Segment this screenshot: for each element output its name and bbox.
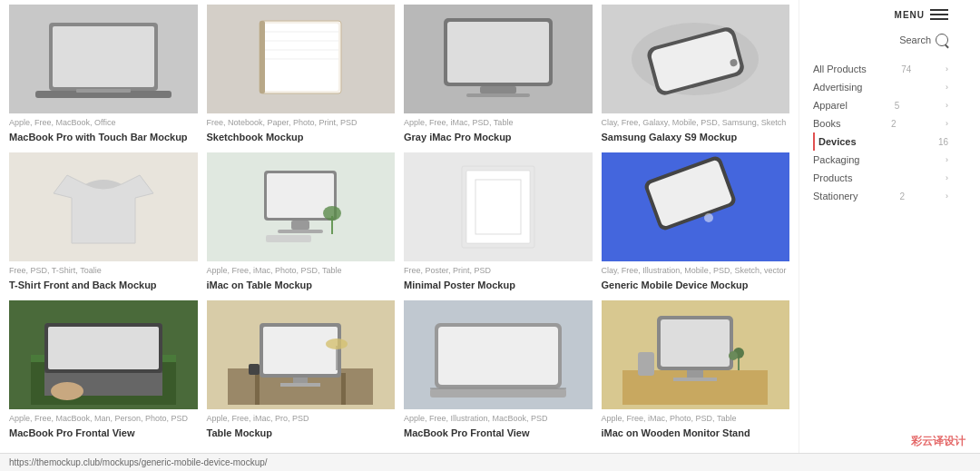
- svg-rect-44: [293, 378, 308, 383]
- sidebar-item-apparel[interactable]: Apparel 5 ›: [813, 96, 948, 114]
- card-tags: Apple, Free, Illustration, MacBook, PSD: [404, 414, 593, 425]
- sidebar-nav: All Products 74 › Advertising › Apparel …: [813, 60, 948, 205]
- svg-rect-50: [438, 327, 558, 385]
- card-tags: Free, Notebook, Paper, Photo, Print, PSD: [207, 118, 396, 129]
- nav-count: 2: [891, 119, 897, 129]
- card-tags: Free, Poster, Print, PSD: [404, 266, 593, 277]
- card-imac-table[interactable]: Apple, Free, iMac, Photo, PSD, Table iMa…: [207, 152, 396, 291]
- card-tags: Apple, Free, iMac, Photo, PSD, Table: [602, 414, 790, 425]
- svg-rect-5: [262, 24, 338, 91]
- sidebar-item-products[interactable]: Products ›: [813, 169, 948, 187]
- main-content: Apple, Free, MacBook, Office MacBook Pro…: [0, 0, 799, 471]
- search-text: Search: [899, 34, 931, 45]
- svg-rect-36: [48, 327, 159, 369]
- nav-label-devices: Devices: [818, 136, 857, 147]
- sidebar-item-devices[interactable]: Devices 16: [813, 132, 948, 151]
- search-bar[interactable]: Search: [813, 34, 948, 46]
- svg-rect-61: [638, 352, 654, 376]
- sidebar-item-packaging[interactable]: Packaging ›: [813, 151, 948, 169]
- card-poster[interactable]: Free, Poster, Print, PSD Minimal Poster …: [404, 152, 593, 291]
- svg-rect-22: [278, 230, 323, 233]
- svg-point-60: [729, 351, 738, 360]
- menu-label: MENU: [895, 10, 925, 20]
- card-macbook-touchbar[interactable]: Apple, Free, MacBook, Office MacBook Pro…: [9, 5, 198, 143]
- card-title: Gray iMac Pro Mockup: [404, 131, 593, 143]
- card-tags: Apple, Free, MacBook, Office: [9, 118, 198, 129]
- card-samsung-s9[interactable]: Clay, Free, Galaxy, Mobile, PSD, Samsung…: [602, 5, 790, 143]
- nav-label: Products: [813, 172, 852, 183]
- nav-arrow: ›: [946, 191, 948, 201]
- card-title: T-Shirt Front and Back Mockup: [9, 279, 198, 291]
- card-macbook-outdoor[interactable]: Apple, Free, MacBook, Man, Person, Photo…: [9, 300, 198, 439]
- nav-label: Apparel: [813, 100, 848, 111]
- card-title: MacBook Pro Frontal View: [404, 427, 593, 439]
- status-bar: https://themockup.club/mockups/generic-m…: [0, 453, 980, 471]
- svg-rect-10: [260, 21, 265, 93]
- card-imac-wooden[interactable]: Apple, Free, iMac, Photo, PSD, Table iMa…: [602, 300, 790, 439]
- nav-label: All Products: [813, 64, 867, 74]
- card-title: Table Mockup: [207, 427, 396, 439]
- sidebar-item-books[interactable]: Books 2 ›: [813, 114, 948, 132]
- card-title: MacBook Pro Frontal View: [9, 427, 198, 439]
- card-title: Samsung Galaxy S9 Mockup: [602, 131, 790, 143]
- nav-arrow: ›: [946, 64, 948, 74]
- nav-label: Packaging: [813, 154, 859, 165]
- card-imac-pro[interactable]: Apple, Free, iMac, PSD, Table Gray iMac …: [404, 5, 593, 143]
- svg-rect-57: [673, 378, 717, 381]
- card-table-mockup[interactable]: Apple, Free, iMac, Pro, PSD Table Mockup: [207, 300, 396, 439]
- card-tags: Free, PSD, T-Shirt, Toalie: [9, 266, 198, 277]
- nav-count-devices: 16: [938, 137, 948, 147]
- nav-arrow: ›: [946, 83, 948, 92]
- card-sketchbook[interactable]: Free, Notebook, Paper, Photo, Print, PSD…: [207, 5, 396, 143]
- watermark: 彩云译设计: [906, 432, 971, 451]
- svg-point-47: [326, 339, 348, 349]
- svg-rect-51: [430, 388, 566, 397]
- sidebar-item-advertising[interactable]: Advertising ›: [813, 78, 948, 96]
- card-tags: Apple, Free, iMac, Pro, PSD: [207, 414, 396, 425]
- sidebar-top: MENU: [813, 9, 948, 20]
- sidebar-item-stationery[interactable]: Stationery 2 ›: [813, 187, 948, 205]
- status-url: https://themockup.club/mockups/generic-m…: [9, 457, 268, 467]
- mockup-grid: Apple, Free, MacBook, Office MacBook Pro…: [9, 0, 789, 444]
- svg-rect-48: [249, 364, 260, 375]
- card-title: MacBook Pro with Touch Bar Mockup: [9, 131, 198, 143]
- svg-point-38: [51, 382, 83, 400]
- nav-arrow: ›: [946, 119, 948, 128]
- card-tags: Clay, Free, Galaxy, Mobile, PSD, Samsung…: [602, 118, 790, 129]
- sidebar: MENU Search All Products 74 › Advertisin…: [799, 0, 962, 471]
- card-title: Minimal Poster Mockup: [404, 279, 593, 291]
- nav-arrow: ›: [946, 101, 948, 110]
- sidebar-item-all-products[interactable]: All Products 74 ›: [813, 60, 948, 78]
- card-tags: Apple, Free, iMac, PSD, Table: [404, 118, 593, 129]
- card-title: Sketchbook Mockup: [207, 131, 396, 143]
- nav-count: 5: [895, 101, 900, 111]
- svg-rect-13: [480, 86, 516, 93]
- svg-rect-1: [53, 26, 154, 87]
- svg-rect-41: [341, 373, 346, 405]
- svg-rect-14: [466, 93, 530, 97]
- card-title: Generic Mobile Device Mockup: [602, 279, 790, 291]
- nav-arrow: ›: [946, 173, 948, 182]
- search-icon[interactable]: [936, 34, 948, 46]
- nav-label: Books: [813, 118, 841, 129]
- svg-rect-56: [687, 370, 703, 378]
- card-macbook-frontal[interactable]: Apple, Free, Illustration, MacBook, PSD …: [404, 300, 593, 439]
- nav-count: 74: [901, 64, 911, 74]
- card-mobile-generic[interactable]: Clay, Free, Illustration, Mobile, PSD, S…: [602, 152, 790, 291]
- card-title: iMac on Table Mockup: [207, 279, 396, 291]
- nav-arrow: ›: [946, 155, 948, 164]
- nav-label: Advertising: [813, 82, 862, 93]
- svg-point-31: [704, 213, 713, 222]
- hamburger-menu[interactable]: [930, 9, 948, 20]
- hamburger-line-3: [930, 18, 948, 20]
- hamburger-line-2: [930, 14, 948, 15]
- card-tags: Apple, Free, MacBook, Man, Person, Photo…: [9, 414, 198, 425]
- svg-point-24: [323, 206, 341, 221]
- svg-rect-25: [266, 235, 311, 242]
- card-tags: Clay, Free, Illustration, Mobile, PSD, S…: [602, 266, 790, 277]
- card-tshirt[interactable]: Free, PSD, T-Shirt, Toalie T-Shirt Front…: [9, 152, 198, 291]
- svg-rect-21: [291, 221, 309, 230]
- svg-rect-43: [263, 327, 338, 374]
- svg-rect-12: [447, 22, 549, 83]
- svg-rect-55: [661, 319, 730, 367]
